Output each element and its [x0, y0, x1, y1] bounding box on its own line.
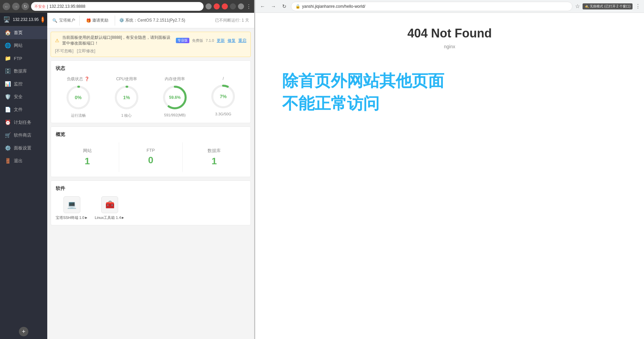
uptime-label: 已不间断运行: 1 天 [215, 18, 249, 23]
menu-icon[interactable]: ⋮ [635, 3, 641, 9]
ext-icon-user [238, 3, 244, 9]
right-url: yanshi.jiqianhanre.com/hello-world/ [302, 4, 365, 9]
insecure-label: 不安全 [34, 4, 46, 9]
ext-icon-red [214, 3, 220, 9]
right-address-bar[interactable]: 🔒 yanshi.jiqianhanre.com/hello-world/ [291, 2, 572, 11]
tools-name: Linux工具箱 1.4► [95, 215, 125, 220]
browser-menu-button[interactable]: ⋮ [246, 3, 251, 10]
right-reload-button[interactable]: ↻ [280, 2, 288, 10]
sidebar-add-button[interactable]: + [19, 327, 28, 336]
website-icon: 🌐 [5, 43, 11, 49]
lock-icon: | [47, 4, 48, 9]
sidebar-item-files[interactable]: 📄 文件 [0, 103, 47, 116]
software-grid: 💻 宝塔SSH终端 1.0► 🧰 Linux工具箱 1.4► [56, 196, 246, 220]
fix-now-button[interactable]: [立即修改] [77, 48, 96, 54]
sidebar-item-settings[interactable]: ⚙️ 面板设置 [0, 142, 47, 154]
sidebar-item-ftp[interactable]: 📁 FTP [0, 52, 47, 65]
restart-button[interactable]: 重启 [238, 38, 246, 44]
disk-circle: 7% [210, 83, 237, 110]
status-section: 状态 负载状态 ❓ 0% [51, 60, 251, 123]
overview-website-count: 1 [59, 156, 115, 167]
sidebar-item-database[interactable]: 🗄️ 数据库 [0, 65, 47, 78]
sidebar-label-monitor: 监控 [14, 81, 23, 87]
fix-button[interactable]: 修复 [227, 38, 236, 44]
ext-icon-star [206, 3, 212, 9]
sidebar-header: 🖥️ 132.232.13.95 1 [0, 13, 47, 26]
address-bar[interactable]: 不安全 | 132.232.13.95:8888 [31, 2, 204, 11]
main-content: 🔍 宝塔账户 🎁 邀请奖励 ⚙️ 系统：CentOS 7.2.1511(Py2.… [47, 13, 254, 339]
sidebar-item-monitor[interactable]: 📊 监控 [0, 78, 47, 90]
dismiss-button[interactable]: [不可忽略] [55, 48, 74, 54]
sidebar-label-security: 安全 [14, 94, 23, 100]
overview-ftp-name: FTP [123, 148, 179, 153]
ftp-icon: 📁 [5, 55, 11, 61]
sidebar-item-tasks[interactable]: ⏰ 计划任务 [0, 116, 47, 129]
incognito-badge: 🕵️ 无痕模式 (已打开 2 个窗口) [583, 3, 633, 9]
overview-website-name: 网站 [59, 148, 115, 154]
topbar: 🔍 宝塔账户 🎁 邀请奖励 ⚙️ 系统：CentOS 7.2.1511(Py2.… [47, 13, 254, 28]
cpu-circle: 1% [113, 84, 140, 111]
left-browser: ← → ↻ 不安全 | 132.232.13.95:8888 ⋮ 🖥️ 132.… [0, 0, 254, 339]
forward-button[interactable]: → [12, 3, 20, 10]
sidebar-item-logout[interactable]: 🚪 退出 [0, 154, 47, 167]
chinese-line1: 除首页外网站其他页面 [282, 69, 444, 92]
mem-value: 59.6% [169, 95, 181, 100]
files-icon: 📄 [5, 107, 11, 113]
topbar-divider1 [79, 16, 80, 26]
topbar-search-label: 宝塔账户 [59, 18, 75, 23]
sidebar-label-website: 网站 [14, 43, 23, 49]
load-status-item: 负载状态 ❓ 0% 运行流畅 [65, 76, 92, 118]
chinese-line2: 不能正常访问 [282, 92, 444, 115]
sidebar-server-icon: 🖥️ [3, 16, 10, 23]
load-circle: 0% [65, 84, 92, 111]
topbar-search[interactable]: 🔍 宝塔账户 [52, 18, 75, 23]
logout-icon: 🚪 [5, 158, 11, 164]
cpu-status-item: CPU使用率 1% 1 核心 [113, 76, 140, 118]
sidebar-item-security[interactable]: 🛡️ 安全 [0, 90, 47, 103]
overview-database: 数据库 1 [183, 142, 246, 172]
software-ssh[interactable]: 💻 宝塔SSH终端 1.0► [56, 196, 88, 220]
monitor-icon: 📊 [5, 81, 11, 87]
sidebar-server-ip: 132.232.13.95 [13, 17, 39, 22]
status-grid: 负载状态 ❓ 0% 运行流畅 CPU使用率 [56, 76, 246, 118]
overview-database-count: 1 [186, 156, 242, 167]
not-found-chinese-text: 除首页外网站其他页面 不能正常访问 [255, 69, 444, 115]
overview-grid: 网站 1 FTP 0 数据库 1 [56, 142, 246, 172]
alert-top: ⚠ 当前面板使用的是默认端口[8888]，有安全隐患，请到面板设置中修改面板端口… [55, 35, 246, 46]
incognito-icon: 🕵️ [585, 4, 589, 8]
overview-title: 概览 [56, 132, 246, 138]
right-forward-button[interactable]: → [269, 2, 277, 10]
sidebar-item-website[interactable]: 🌐 网站 [0, 39, 47, 52]
home-icon: 🏠 [5, 30, 11, 36]
back-button[interactable]: ← [3, 3, 10, 10]
mem-circle: 59.6% [161, 84, 188, 111]
star-icon[interactable]: ☆ [575, 3, 580, 9]
notification-badge: 1 [42, 17, 44, 23]
url-text: 132.232.13.95:8888 [49, 4, 85, 9]
disk-label: / [223, 76, 224, 81]
sidebar-item-home[interactable]: 🏠 首页 [0, 26, 47, 39]
cpu-value: 1% [123, 95, 130, 100]
overview-website: 网站 1 [56, 142, 119, 172]
alert-box: ⚠ 当前面板使用的是默认端口[8888]，有安全隐患，请到面板设置中修改面板端口… [51, 32, 251, 57]
overview-ftp: FTP 0 [119, 142, 183, 172]
store-icon: 🛒 [5, 132, 11, 138]
mem-label: 内存使用率 [165, 76, 185, 82]
left-browser-chrome: ← → ↻ 不安全 | 132.232.13.95:8888 ⋮ [0, 0, 254, 13]
software-tools[interactable]: 🧰 Linux工具箱 1.4► [95, 196, 125, 220]
reload-button[interactable]: ↻ [22, 3, 29, 10]
disk-value: 7% [220, 94, 226, 99]
invite-button[interactable]: 🎁 邀请奖励 [84, 17, 111, 24]
software-section: 软件 💻 宝塔SSH终端 1.0► 🧰 Linux工具箱 1.4► [51, 180, 251, 225]
system-label: 系统：CentOS 7.2.1511(Py2.7.5) [125, 18, 185, 23]
sidebar-label-database: 数据库 [14, 68, 27, 74]
ext-icon-dark [230, 3, 236, 9]
sidebar-item-store[interactable]: 🛒 软件商店 [0, 129, 47, 142]
overview-database-name: 数据库 [186, 148, 242, 154]
ext-icon-red2 [222, 3, 228, 9]
right-back-button[interactable]: ← [259, 2, 267, 10]
sidebar-label-home: 首页 [14, 30, 23, 36]
update-button[interactable]: 更新 [217, 38, 225, 44]
cpu-sub: 1 核心 [121, 113, 132, 118]
search-icon: 🔍 [52, 18, 57, 23]
